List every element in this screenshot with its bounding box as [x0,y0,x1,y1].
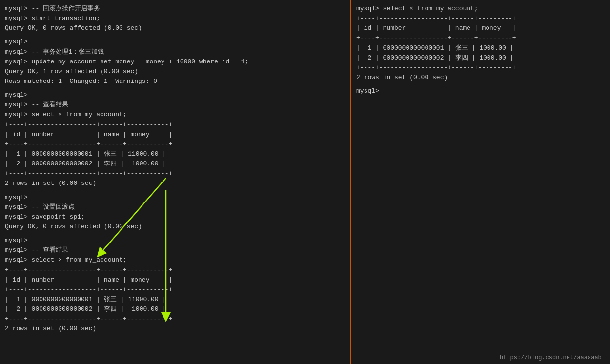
terminal-line: mysql> [5,37,346,47]
terminal-line: mysql> select × from my_account; [5,255,346,265]
left-terminal-content: mysql> -- 回滚点操作开启事务mysql> start transact… [5,4,346,334]
terminal-line: +----+------------------+------+--------… [5,169,346,179]
terminal-line: Query OK, 0 rows affected (0.00 sec) [5,23,346,33]
terminal-line: | 1 | 0000000000000001 | 张三 | 11000.00 | [5,295,346,304]
terminal-line: mysql> select × from my_account; [5,110,346,120]
terminal-line: | 1 | 0000000000000001 | 张三 | 11000.00 | [5,149,346,159]
terminal-line: mysql> [5,236,346,245]
terminal-line: | 1 | 0000000000000001 | 张三 | 1000.00 | [356,43,605,53]
left-terminal: mysql> -- 回滚点操作开启事务mysql> start transact… [0,0,351,364]
terminal-line: +----+------------------+------+--------… [356,14,605,23]
terminal-line: mysql> -- 回滚点操作开启事务 [5,4,346,14]
terminal-line: mysql> -- 事务处理1：张三加钱 [5,47,346,57]
right-terminal: mysql> select × from my_account;+----+--… [351,0,610,364]
terminal-line: +----+------------------+------+--------… [356,33,605,43]
terminal-line: mysql> [356,86,605,96]
blank-line [5,33,346,37]
terminal-line: 2 rows in set (0.00 sec) [356,73,605,82]
terminal-line: 2 rows in set (0.00 sec) [5,324,346,334]
terminal-line: 2 rows in set (0.00 sec) [5,179,346,188]
blank-line [356,82,605,86]
blank-line [5,232,346,236]
terminal-line: Rows matched: 1 Changed: 1 Warnings: 0 [5,77,346,86]
terminal-line: +----+------------------+------+--------… [5,120,346,130]
terminal-line: mysql> savepoint sp1; [5,212,346,222]
terminal-line: Query OK, 0 rows affected (0.00 sec) [5,222,346,232]
terminal-line: mysql> update my_account set money = mon… [5,57,346,67]
terminal-line: | id | number | name | money | [5,275,346,285]
terminal-line: +----+------------------+------+--------… [356,63,605,73]
terminal-line: Query OK, 1 row affected (0.00 sec) [5,67,346,77]
terminal-line: mysql> [5,193,346,202]
terminal-line: | id | number | name | money | [356,23,605,33]
terminal-line: | 2 | 0000000000000002 | 李四 | 1000.00 | [356,53,605,63]
terminal-line: +----+------------------+------+--------… [5,285,346,295]
terminal-line: mysql> start transaction; [5,14,346,23]
terminal-line: mysql> select × from my_account; [356,4,605,14]
terminal-line: | 2 | 0000000000000002 | 李四 | 1000.00 | [5,304,346,314]
terminal-line: +----+------------------+------+--------… [5,314,346,324]
watermark: https://blog.csdn.net/aaaaaab_ [500,354,605,361]
right-terminal-content: mysql> select × from my_account;+----+--… [356,4,605,96]
terminal-line: mysql> [5,90,346,100]
terminal-line: +----+------------------+------+--------… [5,140,346,149]
blank-line [5,86,346,90]
terminal-line: | id | number | name | money | [5,130,346,140]
terminal-line: mysql> -- 查看结果 [5,245,346,255]
blank-line [5,189,346,193]
terminal-line: mysql> -- 设置回滚点 [5,202,346,212]
terminal-line: | 2 | 0000000000000002 | 李四 | 1000.00 | [5,159,346,169]
terminal-line: +----+------------------+------+--------… [5,265,346,275]
terminal-line: mysql> -- 查看结果 [5,100,346,110]
